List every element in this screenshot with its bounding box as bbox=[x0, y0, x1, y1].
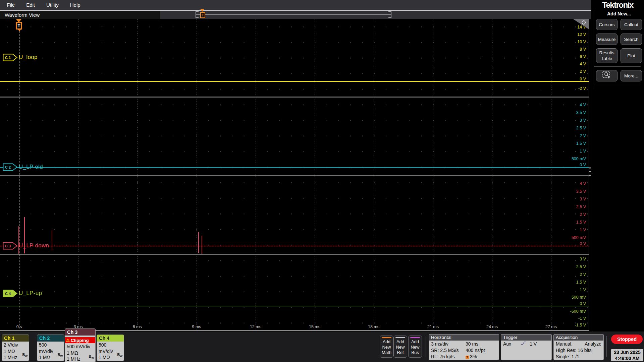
record-view-left-bracket[interactable] bbox=[196, 11, 199, 18]
record-length: RL: 75 kpts bbox=[431, 354, 466, 360]
x-axis-label: 0 s bbox=[16, 324, 22, 329]
view-tab[interactable]: Waveform View bbox=[0, 11, 160, 19]
channel-label-4[interactable]: U_LP-up bbox=[19, 289, 42, 297]
y-axis-label: 2 V bbox=[580, 69, 586, 74]
button-line: Bus bbox=[409, 350, 422, 355]
measure-button[interactable]: Measure bbox=[596, 34, 618, 45]
trigger-time-line bbox=[19, 19, 19, 331]
menu-item-utility[interactable]: Utility bbox=[46, 2, 59, 8]
horizontal-scale: 3 ms/div bbox=[431, 341, 466, 347]
channel-badge-ch2[interactable]: Ch 2500 mV/div1 MΩ1 MHzBW bbox=[37, 335, 64, 361]
x-axis-label: 27 ms bbox=[545, 324, 557, 329]
button-line: New bbox=[394, 345, 407, 350]
channel-separator bbox=[0, 97, 589, 98]
channel-separator bbox=[0, 175, 589, 176]
record-view-line bbox=[196, 14, 391, 15]
trigger-position-handle[interactable]: T bbox=[200, 12, 205, 18]
acquisition-panel[interactable]: Acquisition Manual, Analyze High Res: 16… bbox=[553, 334, 604, 360]
channel-badge-ch3[interactable]: Ch 3⚠Clipping500 mV/div1 MΩ1 MHzBW bbox=[65, 328, 96, 362]
ch3-settings: 500 mV/div1 MΩ1 MHzBW bbox=[65, 343, 95, 362]
acquisition-resolution: High Res: 16 bits bbox=[556, 347, 601, 354]
zoom-select-button[interactable] bbox=[596, 70, 618, 81]
y-axis-label: 2 V bbox=[580, 272, 586, 277]
waveform-spike bbox=[202, 236, 202, 254]
y-axis-label: 4 V bbox=[580, 62, 586, 66]
channel-label-1[interactable]: U_loop bbox=[19, 53, 38, 61]
trace-ch3 bbox=[0, 246, 589, 246]
y-axis-label: 500 mV bbox=[572, 295, 586, 300]
horizontal-panel[interactable]: Horizontal 3 ms/div30 ms SR: 2.5 MS/s400… bbox=[429, 334, 499, 360]
y-axis-label: 6 V bbox=[580, 54, 586, 59]
y-axis-label: 1.5 V bbox=[576, 280, 586, 285]
channel-badge-c3[interactable]: C 3 bbox=[3, 242, 18, 251]
x-axis-label: 18 ms bbox=[368, 324, 379, 329]
menu-item-help[interactable]: Help bbox=[70, 2, 80, 8]
channel-badge-ch1[interactable]: Ch 12 V/div1 MΩ1 MHzBW bbox=[2, 335, 29, 361]
menu-item-file[interactable]: File bbox=[7, 2, 15, 8]
y-axis-label: 2.5 V bbox=[576, 204, 586, 209]
menu-bar: FileEditUtilityHelp bbox=[0, 0, 591, 10]
zoom-select-icon bbox=[602, 71, 611, 80]
waveform-spike bbox=[24, 217, 25, 253]
trace-ch4 bbox=[0, 306, 589, 306]
channel-label-3[interactable]: U_LP down bbox=[19, 242, 49, 250]
channel-label-2[interactable]: U_LP old bbox=[19, 163, 43, 171]
oscilloscope-app: FileEditUtilityHelp Waveform View T C 1U… bbox=[0, 0, 644, 362]
channel-badge-c4[interactable]: C 4 bbox=[3, 290, 18, 299]
y-axis-label: 1 V bbox=[580, 228, 586, 232]
menu-item-edit[interactable]: Edit bbox=[26, 2, 35, 8]
grid-division-line bbox=[433, 19, 433, 331]
svg-text:C 2: C 2 bbox=[5, 165, 11, 169]
trace-ch1 bbox=[0, 81, 589, 82]
grid-division-line bbox=[551, 19, 551, 331]
add-new-bus-button[interactable]: AddNewBus bbox=[408, 336, 422, 358]
y-axis-label: 3 V bbox=[580, 197, 586, 201]
callout-button[interactable]: Callout bbox=[621, 19, 642, 30]
sample-rate: SR: 2.5 MS/s bbox=[431, 347, 466, 354]
x-axis-label: 21 ms bbox=[427, 324, 439, 329]
waveform-view-titlebar: Waveform View T bbox=[0, 11, 591, 19]
cursors-button[interactable]: Cursors bbox=[596, 19, 618, 30]
tektronix-logo: Tektronix bbox=[591, 0, 644, 10]
y-axis-label: 10 V bbox=[577, 40, 586, 44]
channel-settings: 500 mV/div1 MΩ1 MHzBW bbox=[97, 342, 124, 361]
add-new-math-button[interactable]: AddNewMath bbox=[380, 336, 393, 358]
acquisition-mode: Manual, bbox=[556, 341, 573, 347]
trigger-marker-stem bbox=[18, 29, 21, 33]
channel-badge-c2[interactable]: C 2 bbox=[3, 163, 18, 172]
results-table-button[interactable]: Results Table bbox=[596, 48, 618, 63]
button-line: Add bbox=[394, 339, 407, 345]
y-axis-label: 8 V bbox=[580, 47, 586, 52]
y-axis-label: -1.5 V bbox=[575, 323, 586, 327]
waveform-plot[interactable]: C 1U_loop14 V12 V10 V8 V6 V4 V2 V0 V-2 V… bbox=[0, 19, 589, 331]
plot-button[interactable]: Plot bbox=[621, 48, 642, 63]
grid-division-line bbox=[78, 19, 78, 331]
add-new-ref-button[interactable]: AddNewRef bbox=[393, 336, 407, 358]
search-button[interactable]: Search bbox=[621, 34, 642, 45]
waveform-spike bbox=[198, 232, 199, 253]
accent-bar bbox=[395, 337, 405, 338]
y-axis-label: 4 V bbox=[580, 103, 586, 107]
more-button[interactable]: More... bbox=[621, 70, 642, 81]
channel-badge-header: Ch 2 bbox=[37, 335, 64, 342]
panel-divider bbox=[594, 66, 641, 67]
time-text: 4:48:00 AM bbox=[611, 355, 643, 361]
grid-division-line bbox=[197, 19, 197, 331]
trace-ch2 bbox=[0, 167, 589, 168]
button-line: New bbox=[409, 345, 422, 350]
y-axis-label: 4 V bbox=[580, 181, 586, 186]
record-view-right-bracket[interactable] bbox=[388, 11, 391, 18]
button-line: Ref bbox=[394, 350, 407, 355]
button-line: New bbox=[380, 345, 393, 350]
trigger-panel[interactable]: Trigger Aux 1 V bbox=[501, 334, 552, 360]
run-stop-status[interactable]: Stopped bbox=[611, 335, 643, 344]
x-axis-label: 24 ms bbox=[486, 324, 498, 329]
y-axis-label: 1 V bbox=[580, 149, 586, 154]
bar-divider-1 bbox=[426, 336, 426, 357]
trigger-marker-icon[interactable]: T bbox=[16, 22, 22, 29]
channel-badge-ch4[interactable]: Ch 4500 mV/div1 MΩ1 MHzBW bbox=[97, 335, 124, 361]
channel-settings: 2 V/div1 MΩ1 MHzBW bbox=[2, 342, 29, 361]
right-panel: Tektronix Add New... Cursors Callout Mea… bbox=[591, 0, 644, 331]
channel-badge-c1[interactable]: C 1 bbox=[3, 54, 18, 63]
svg-text:C 4: C 4 bbox=[5, 292, 11, 296]
